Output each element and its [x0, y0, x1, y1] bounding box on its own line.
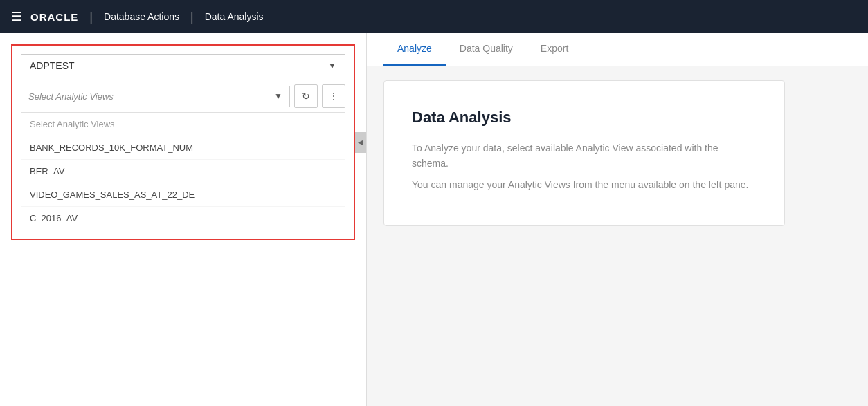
refresh-icon: ↻	[302, 91, 310, 102]
card-description-1: To Analyze your data, select available A…	[412, 140, 757, 172]
list-item[interactable]: C_2016_AV	[21, 207, 345, 230]
scroll-indicator[interactable]: ◀	[355, 132, 366, 153]
card-title: Data Analysis	[412, 109, 757, 127]
tab-export[interactable]: Export	[527, 33, 582, 66]
section-title: Data Analysis	[205, 11, 264, 22]
refresh-button[interactable]: ↻	[294, 84, 318, 108]
top-navigation: ☰ ORACLE | Database Actions | Data Analy…	[0, 0, 868, 33]
data-analysis-card: Data Analysis To Analyze your data, sele…	[383, 80, 785, 226]
analytic-views-select-row: Select Analytic Views ▼ ↻ ⋮	[21, 84, 345, 108]
content-area: Data Analysis To Analyze your data, sele…	[367, 66, 868, 406]
av-arrow-icon: ▼	[274, 91, 282, 101]
list-item[interactable]: Select Analytic Views	[21, 113, 345, 136]
main-layout: ADPTEST ▼ Select Analytic Views ▼ ↻ ⋮ Se…	[0, 33, 868, 406]
card-description-2: You can manage your Analytic Views from …	[412, 177, 757, 192]
schema-label: ADPTEST	[30, 60, 75, 71]
tab-data-quality[interactable]: Data Quality	[446, 33, 527, 66]
more-options-button[interactable]: ⋮	[322, 84, 345, 108]
left-panel: ADPTEST ▼ Select Analytic Views ▼ ↻ ⋮ Se…	[0, 33, 367, 406]
nav-divider-2: |	[190, 10, 194, 24]
app-title: Database Actions	[104, 11, 179, 22]
analytic-views-dropdown[interactable]: Select Analytic Views ▼	[21, 86, 290, 107]
right-panel: Analyze Data Quality Export Data Analysi…	[367, 33, 868, 406]
schema-arrow-icon: ▼	[328, 61, 336, 71]
schema-dropdown[interactable]: ADPTEST ▼	[21, 54, 345, 77]
kebab-icon: ⋮	[329, 91, 338, 101]
list-item[interactable]: VIDEO_GAMES_SALES_AS_AT_22_DE	[21, 183, 345, 207]
hamburger-menu-icon[interactable]: ☰	[11, 9, 22, 24]
scroll-left-icon: ◀	[358, 138, 363, 146]
av-placeholder-text: Select Analytic Views	[28, 91, 114, 102]
oracle-brand-text: ORACLE	[30, 11, 78, 23]
tabs-bar: Analyze Data Quality Export	[367, 33, 868, 66]
list-item[interactable]: BER_AV	[21, 160, 345, 183]
list-item[interactable]: BANK_RECORDS_10K_FORMAT_NUM	[21, 136, 345, 160]
nav-divider-1: |	[89, 10, 93, 24]
analytic-views-list: Select Analytic Views BANK_RECORDS_10K_F…	[21, 112, 345, 230]
oracle-logo: ORACLE	[30, 11, 78, 23]
tab-analyze[interactable]: Analyze	[383, 33, 446, 66]
left-panel-inner: ADPTEST ▼ Select Analytic Views ▼ ↻ ⋮ Se…	[11, 44, 355, 240]
